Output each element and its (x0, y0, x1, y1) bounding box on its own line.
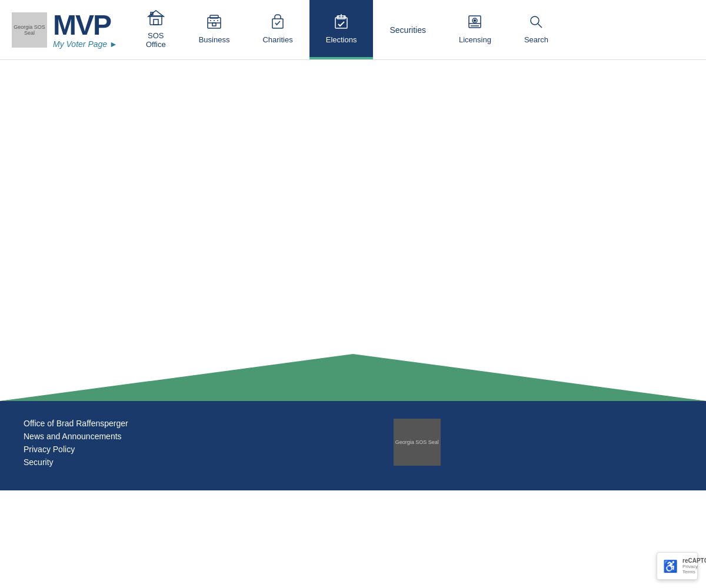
nav-label-charities: Charities (262, 35, 292, 44)
site-header: Georgia SOS Seal MVP My Voter Page ► (0, 0, 706, 60)
footer-link-security[interactable]: Security (24, 457, 128, 467)
svg-point-17 (474, 20, 476, 22)
mvp-logo: MVP My Voter Page ► (53, 11, 118, 49)
main-nav: SOS Office Business (129, 0, 706, 59)
recaptcha-terms[interactable]: Terms (682, 569, 706, 574)
nav-item-sos-office[interactable]: SOS Office (129, 0, 182, 59)
nav-item-business[interactable]: Business (182, 0, 247, 59)
footer-wrapper: Office of Brad Raffensperger News and An… (0, 354, 706, 490)
nav-label-sos-office: SOS Office (146, 31, 166, 49)
footer-georgia-sos-seal: Georgia SOS Seal (394, 419, 441, 466)
recaptcha-privacy[interactable]: Privacy (682, 564, 706, 569)
licensing-icon (466, 13, 484, 33)
mvp-sub-text: My Voter Page ► (53, 39, 118, 49)
svg-line-21 (538, 24, 542, 28)
svg-rect-6 (210, 15, 218, 18)
nav-item-search[interactable]: Search (508, 0, 565, 59)
nav-label-business: Business (199, 35, 230, 44)
svg-rect-8 (212, 23, 216, 26)
main-content (0, 60, 706, 354)
elections-icon (332, 13, 350, 33)
recaptcha-logo-icon: ♿ (663, 559, 678, 573)
arrow-icon: ► (109, 39, 118, 49)
recaptcha-title: reCAPTCHA (682, 557, 706, 564)
footer-main: Office of Brad Raffensperger News and An… (0, 401, 706, 490)
mvp-logo-text: MVP (53, 11, 111, 39)
logo-area: Georgia SOS Seal MVP My Voter Page ► (0, 11, 129, 49)
georgia-sos-seal-image: Georgia SOS Seal (12, 12, 47, 48)
footer-triangle-divider (0, 354, 706, 401)
search-icon (527, 13, 545, 33)
footer-link-news[interactable]: News and Announcements (24, 432, 128, 441)
recaptcha-text: reCAPTCHA Privacy Terms (682, 557, 706, 574)
svg-marker-23 (0, 360, 706, 401)
footer-links: Office of Brad Raffensperger News and An… (24, 419, 128, 467)
nav-item-securities[interactable]: Securities (373, 0, 442, 59)
recaptcha-badge: ♿ reCAPTCHA Privacy Terms (657, 552, 698, 580)
business-icon (205, 13, 223, 33)
sos-office-icon (147, 9, 165, 29)
nav-item-licensing[interactable]: Licensing (442, 0, 508, 59)
nav-label-licensing: Licensing (459, 35, 491, 44)
footer-seal-area: Georgia SOS Seal (152, 419, 682, 466)
footer-link-privacy[interactable]: Privacy Policy (24, 445, 128, 454)
nav-label-securities: Securities (389, 25, 425, 35)
svg-point-20 (531, 16, 539, 25)
nav-label-search: Search (524, 35, 548, 44)
nav-label-elections: Elections (326, 35, 357, 44)
charities-icon (269, 13, 287, 33)
svg-rect-2 (154, 19, 158, 25)
mvp-tagline: My Voter Page (53, 39, 107, 49)
footer-link-office[interactable]: Office of Brad Raffensperger (24, 419, 128, 428)
nav-item-charities[interactable]: Charities (246, 0, 309, 59)
svg-rect-0 (150, 16, 162, 25)
nav-item-elections[interactable]: Elections (309, 0, 374, 59)
